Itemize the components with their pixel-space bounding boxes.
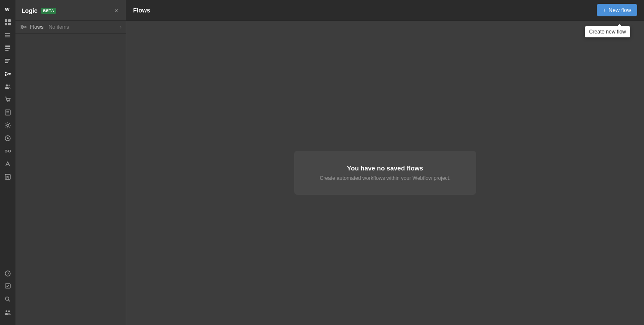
pages-icon[interactable] xyxy=(2,16,14,28)
forms-icon[interactable] xyxy=(2,106,14,118)
svg-line-17 xyxy=(6,73,9,74)
svg-rect-2 xyxy=(8,19,11,22)
sidebar: Logic BETA × Flows No items › xyxy=(15,0,126,325)
ecommerce-icon[interactable] xyxy=(2,94,14,106)
flows-sidebar-item[interactable]: Flows No items › xyxy=(15,21,126,34)
new-flow-plus-icon: + xyxy=(603,7,606,13)
main-title: Flows xyxy=(133,7,150,14)
sidebar-close-button[interactable]: × xyxy=(112,6,121,15)
svg-line-18 xyxy=(6,74,9,75)
flows-item-count: No items xyxy=(49,24,69,30)
flows-sidebar-icon xyxy=(21,24,27,30)
svg-point-42 xyxy=(21,25,23,27)
svg-point-21 xyxy=(7,101,8,102)
svg-rect-9 xyxy=(5,48,10,49)
svg-point-15 xyxy=(5,74,6,76)
svg-point-28 xyxy=(7,137,9,139)
svg-point-19 xyxy=(6,85,8,87)
layers-icon[interactable] xyxy=(2,29,14,41)
icon-bar: W xyxy=(0,0,15,325)
svg-line-45 xyxy=(22,26,24,27)
svg-point-40 xyxy=(6,310,7,312)
svg-point-30 xyxy=(9,150,11,152)
search-icon[interactable] xyxy=(2,293,14,305)
svg-point-20 xyxy=(9,85,10,86)
svg-text:W: W xyxy=(5,7,10,12)
sidebar-title-text: Logic xyxy=(21,7,37,14)
svg-point-43 xyxy=(21,27,23,29)
svg-rect-23 xyxy=(5,110,10,115)
svg-line-46 xyxy=(22,27,24,28)
svg-point-16 xyxy=(9,73,11,75)
svg-point-29 xyxy=(5,150,7,152)
svg-point-14 xyxy=(5,72,6,73)
main-body: You have no saved flows Create automated… xyxy=(126,21,644,325)
sidebar-header: Logic BETA × xyxy=(15,0,126,21)
empty-state: You have no saved flows Create automated… xyxy=(294,151,477,195)
feedback-icon[interactable] xyxy=(2,280,14,292)
svg-text:{f}: {f} xyxy=(6,176,9,179)
styles-icon[interactable] xyxy=(2,55,14,67)
webflow-logo-icon[interactable]: W xyxy=(2,3,14,15)
main-header: Flows + New flow Create new flow xyxy=(126,0,644,21)
empty-state-description: Create automated workflows within your W… xyxy=(320,175,451,181)
flows-chevron-icon: › xyxy=(120,24,122,30)
logic-icon[interactable] xyxy=(2,68,14,80)
beta-badge: BETA xyxy=(41,8,56,14)
svg-rect-3 xyxy=(5,23,7,25)
svg-rect-1 xyxy=(5,19,7,22)
tool1-icon[interactable] xyxy=(2,158,14,170)
svg-point-22 xyxy=(9,101,9,102)
settings-icon[interactable] xyxy=(2,119,14,131)
svg-rect-4 xyxy=(8,23,11,25)
apps-icon[interactable] xyxy=(2,132,14,144)
svg-point-38 xyxy=(6,297,9,301)
new-flow-tooltip: Create new flow xyxy=(585,26,630,37)
svg-rect-8 xyxy=(5,46,10,47)
svg-rect-37 xyxy=(5,284,10,288)
svg-rect-10 xyxy=(5,50,9,51)
tool2-icon[interactable]: {f} xyxy=(2,171,14,183)
sidebar-title-group: Logic BETA xyxy=(21,7,56,14)
new-flow-label: New flow xyxy=(608,7,631,13)
svg-point-44 xyxy=(25,26,27,28)
svg-line-39 xyxy=(9,300,10,302)
flows-item-label: Flows xyxy=(30,24,43,30)
integrations-icon[interactable] xyxy=(2,145,14,157)
main-content: Flows + New flow Create new flow You hav… xyxy=(126,0,644,325)
svg-text:?: ? xyxy=(7,272,9,276)
svg-point-41 xyxy=(8,310,10,312)
svg-point-26 xyxy=(7,125,9,127)
help-icon[interactable]: ? xyxy=(2,267,14,279)
empty-state-title: You have no saved flows xyxy=(320,164,451,172)
cms-icon[interactable] xyxy=(2,42,14,54)
collab-icon[interactable] xyxy=(2,306,14,318)
new-flow-button[interactable]: + New flow xyxy=(597,4,637,16)
users-icon[interactable] xyxy=(2,81,14,93)
